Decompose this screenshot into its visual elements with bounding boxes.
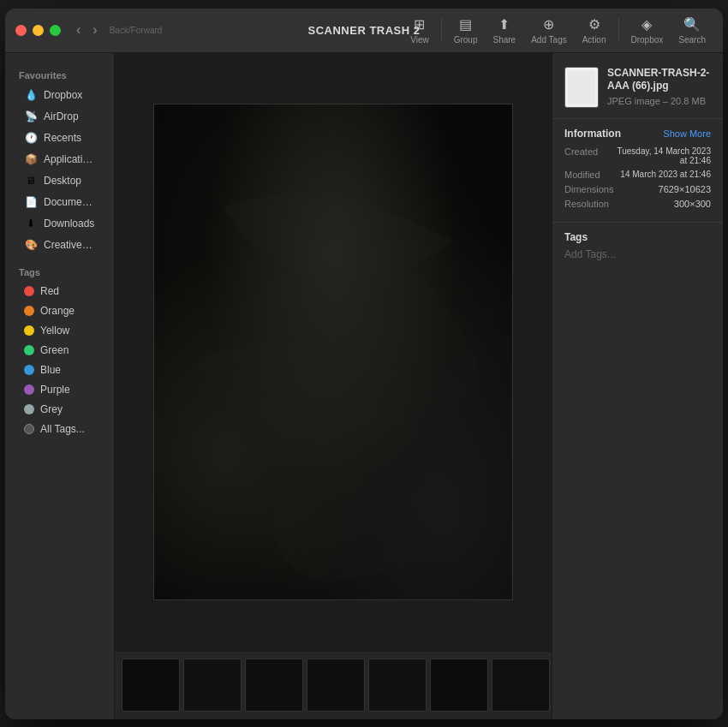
main-content: Favourites 💧 Dropbox 📡 AirDrop 🕐 Recents… bbox=[5, 53, 723, 719]
red-tag-dot bbox=[24, 286, 34, 296]
sidebar-item-downloads[interactable]: ⬇ Downloads bbox=[10, 213, 109, 234]
sidebar: Favourites 💧 Dropbox 📡 AirDrop 🕐 Recents… bbox=[5, 53, 115, 719]
maximize-button[interactable] bbox=[50, 25, 61, 36]
dimensions-label: Dimensions bbox=[564, 184, 613, 194]
sidebar-item-recents[interactable]: 🕐 Recents bbox=[10, 128, 109, 148]
airdrop-icon: 📡 bbox=[24, 110, 38, 123]
sidebar-item-dropbox[interactable]: 💧 Dropbox bbox=[10, 85, 109, 105]
favourites-section-title: Favourites bbox=[5, 67, 114, 84]
preview-image-bg bbox=[154, 104, 512, 599]
file-subtitle: JPEG image – 20.8 MB bbox=[607, 96, 711, 106]
sidebar-item-airdrop[interactable]: 📡 AirDrop bbox=[10, 106, 109, 127]
svg-rect-1 bbox=[154, 104, 512, 599]
sidebar-label-downloads: Downloads bbox=[44, 218, 94, 229]
created-value: Tuesday, 14 March 2023 at 21:46 bbox=[608, 146, 711, 165]
add-tags-icon: ⊕ bbox=[543, 16, 554, 33]
file-icon-inner bbox=[568, 71, 595, 104]
sidebar-tag-all[interactable]: All Tags... bbox=[10, 420, 109, 438]
close-button[interactable] bbox=[15, 25, 27, 36]
add-tags-link[interactable]: Add Tags... bbox=[564, 248, 711, 260]
sidebar-tag-blue[interactable]: Blue bbox=[10, 361, 109, 379]
film-thumb-4[interactable] bbox=[307, 658, 365, 712]
desktop-icon: 🖥 bbox=[24, 174, 38, 188]
titlebar: ‹ › Back/Forward SCANNER TRASH 2 ⊞ View … bbox=[5, 9, 723, 53]
sidebar-item-applications[interactable]: 📦 Applications bbox=[10, 149, 109, 170]
info-row-resolution: Resolution 300×300 bbox=[564, 199, 711, 209]
film-thumb-5[interactable] bbox=[368, 658, 427, 712]
documents-icon: 📄 bbox=[24, 195, 38, 209]
sidebar-label-purple: Purple bbox=[40, 384, 70, 396]
sidebar-label-airdrop: AirDrop bbox=[44, 110, 79, 122]
share-label: Share bbox=[493, 35, 516, 45]
search-icon: 🔍 bbox=[683, 16, 701, 33]
preview-area: ↺ Rotate Left ✏️ Markup ••• More... bbox=[115, 53, 552, 719]
film-thumb-7[interactable] bbox=[492, 658, 550, 712]
sidebar-tag-yellow[interactable]: Yellow bbox=[10, 321, 109, 340]
search-toolbar-item[interactable]: 🔍 Search bbox=[671, 13, 713, 48]
sidebar-tag-orange[interactable]: Orange bbox=[10, 301, 109, 320]
film-thumb-6[interactable] bbox=[430, 658, 488, 712]
file-title-area: SCANNER-TRASH-2-AAA (66).jpg JPEG image … bbox=[607, 67, 711, 106]
file-icon-preview bbox=[564, 67, 599, 108]
show-more-link[interactable]: Show More bbox=[663, 128, 711, 139]
traffic-lights bbox=[15, 25, 61, 36]
group-toolbar-item[interactable]: ▤ Group bbox=[447, 13, 485, 48]
recents-icon: 🕐 bbox=[24, 131, 38, 145]
sidebar-tag-red[interactable]: Red bbox=[10, 282, 109, 301]
information-section: Information Show More Created Tuesday, 1… bbox=[552, 119, 723, 223]
sidebar-label-red: Red bbox=[40, 285, 59, 297]
purple-tag-dot bbox=[24, 384, 34, 395]
forward-button[interactable]: › bbox=[87, 19, 102, 41]
sidebar-label-documents: Documents bbox=[44, 196, 95, 208]
group-label: Group bbox=[454, 35, 478, 45]
tags-section-title: Tags bbox=[5, 264, 114, 281]
tags-section: Tags Add Tags... bbox=[552, 223, 723, 269]
sidebar-label-green: Green bbox=[40, 344, 69, 356]
dropbox-icon: ◈ bbox=[641, 16, 652, 33]
sidebar-tag-green[interactable]: Green bbox=[10, 341, 109, 360]
sidebar-tag-grey[interactable]: Grey bbox=[10, 400, 109, 419]
group-icon: ▤ bbox=[459, 16, 472, 33]
action-toolbar-item[interactable]: ⚙ Action bbox=[576, 13, 613, 48]
creative-cloud-icon: 🎨 bbox=[24, 238, 38, 252]
sidebar-label-grey: Grey bbox=[40, 403, 63, 415]
minimize-button[interactable] bbox=[33, 25, 44, 36]
resolution-value: 300×300 bbox=[674, 199, 711, 209]
information-title: Information bbox=[564, 128, 621, 140]
sidebar-label-blue: Blue bbox=[40, 364, 61, 376]
sidebar-label-dropbox: Dropbox bbox=[44, 89, 82, 101]
dropbox-icon: 💧 bbox=[24, 88, 38, 102]
share-toolbar-item[interactable]: ⬆ Share bbox=[486, 13, 523, 48]
add-tags-toolbar-item[interactable]: ⊕ Add Tags bbox=[524, 13, 574, 48]
yellow-tag-dot bbox=[24, 325, 34, 336]
info-row-created: Created Tuesday, 14 March 2023 at 21:46 bbox=[564, 146, 711, 165]
film-thumb-3[interactable] bbox=[245, 658, 303, 712]
preview-image-container bbox=[153, 104, 513, 600]
dimensions-value: 7629×10623 bbox=[659, 184, 711, 194]
filmstrip: ↺ Rotate Left ✏️ Markup ••• More... bbox=[115, 651, 552, 719]
film-thumb-1[interactable] bbox=[122, 658, 180, 712]
add-tags-label: Add Tags bbox=[531, 35, 567, 45]
sidebar-label-applications: Applications bbox=[44, 153, 95, 165]
back-button[interactable]: ‹ bbox=[71, 19, 86, 41]
svg-rect-0 bbox=[154, 104, 512, 599]
sidebar-item-desktop[interactable]: 🖥 Desktop bbox=[10, 170, 109, 191]
action-label: Action bbox=[582, 35, 606, 45]
image-preview[interactable] bbox=[115, 53, 552, 651]
dropbox-toolbar-item[interactable]: ◈ Dropbox bbox=[624, 13, 671, 48]
sidebar-item-creative-cloud[interactable]: 🎨 Creative Cl... bbox=[10, 235, 109, 255]
sidebar-label-recents: Recents bbox=[44, 132, 81, 144]
film-thumb-2[interactable] bbox=[183, 658, 242, 712]
file-size: 20.8 MB bbox=[671, 96, 706, 106]
right-panel: SCANNER-TRASH-2-AAA (66).jpg JPEG image … bbox=[552, 53, 723, 719]
file-size-separator: – bbox=[663, 96, 671, 106]
downloads-icon: ⬇ bbox=[24, 217, 38, 230]
dropbox-label: Dropbox bbox=[631, 35, 664, 45]
back-forward-label: Back/Forward bbox=[110, 26, 163, 35]
toolbar-divider-1 bbox=[441, 18, 442, 42]
sidebar-tag-purple[interactable]: Purple bbox=[10, 380, 109, 399]
sidebar-item-documents[interactable]: 📄 Documents bbox=[10, 192, 109, 212]
svg-rect-2 bbox=[154, 104, 512, 599]
action-icon: ⚙ bbox=[588, 16, 600, 33]
window-title: SCANNER TRASH 2 bbox=[307, 24, 420, 37]
